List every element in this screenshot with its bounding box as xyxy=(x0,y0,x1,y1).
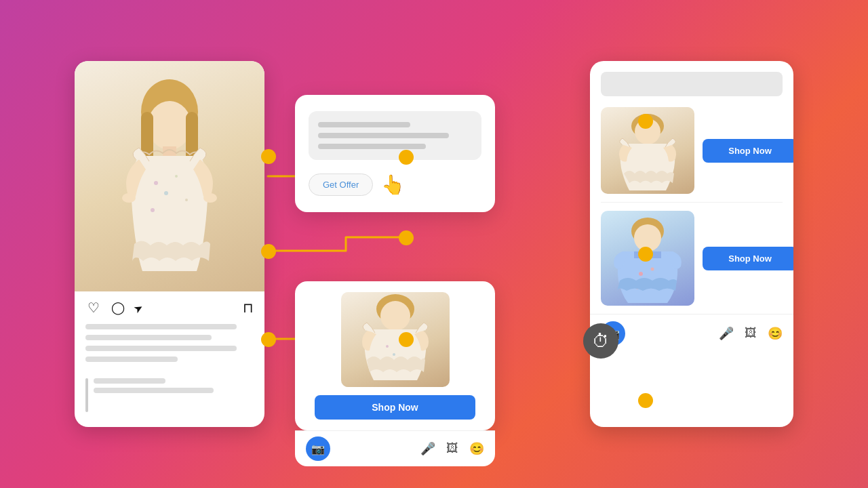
camera-button[interactable]: 📷 xyxy=(306,436,330,461)
post-image xyxy=(75,61,264,291)
bookmark-icon[interactable]: ⊓ xyxy=(243,300,254,316)
right-mic-icon[interactable]: 🎤 xyxy=(719,326,734,341)
svg-point-7 xyxy=(164,191,168,195)
right-bottom-bar: 📷 🎤 🖼 😊 xyxy=(590,314,793,352)
dress-figure-svg xyxy=(102,75,237,291)
shop-now-button-mid[interactable]: Shop Now xyxy=(315,395,475,420)
action-icons: ♡ ◯ ➤ xyxy=(85,300,151,316)
dot-mid-bottom-left xyxy=(399,332,414,347)
profile-text-area xyxy=(94,378,254,412)
svg-point-16 xyxy=(393,353,395,356)
shop-now-button-right-1[interactable]: Shop Now xyxy=(703,139,793,163)
right-product-info-2: Shop Now xyxy=(703,247,793,270)
scene: ⏱ xyxy=(61,27,807,461)
hand-cursor-icon: 👆 xyxy=(381,174,405,196)
post-text-lines xyxy=(75,321,264,378)
right-phone: Shop Now xyxy=(590,61,793,427)
get-offer-button[interactable]: Get Offer xyxy=(309,174,373,196)
profile-bar xyxy=(85,378,88,412)
svg-point-5 xyxy=(154,181,158,185)
svg-point-21 xyxy=(639,272,643,276)
svg-point-8 xyxy=(185,199,188,201)
heart-icon[interactable]: ♡ xyxy=(85,300,102,316)
mid-bottom-bar: 📷 🎤 🖼 😊 xyxy=(295,430,495,466)
right-bottom-icons: 🎤 🖼 😊 xyxy=(719,326,783,341)
text-line-1 xyxy=(85,324,237,329)
chat-line-2 xyxy=(318,133,449,138)
dot-right-top xyxy=(638,114,653,129)
mic-icon[interactable]: 🎤 xyxy=(420,441,435,456)
svg-point-11 xyxy=(203,193,217,203)
right-product-row-1: Shop Now xyxy=(590,102,793,199)
dot-right-bottom xyxy=(638,393,653,408)
shop-now-button-right-2[interactable]: Shop Now xyxy=(703,247,793,270)
svg-point-1 xyxy=(148,101,191,150)
product-image-mid xyxy=(341,292,450,387)
mid-bottom-container: Shop Now 📷 🎤 🖼 😊 xyxy=(295,281,495,466)
mid-top-container: Get Offer 👆 xyxy=(295,95,495,212)
bottom-row xyxy=(75,378,264,418)
right-image-icon[interactable]: 🖼 xyxy=(745,326,757,341)
dot-mid-top-left xyxy=(399,150,414,165)
chat-card: Get Offer 👆 xyxy=(295,95,495,212)
svg-point-22 xyxy=(651,268,654,271)
post-actions: ♡ ◯ ➤ ⊓ xyxy=(75,291,264,321)
svg-point-14 xyxy=(386,345,389,348)
left-phone: ♡ ◯ ➤ ⊓ xyxy=(75,61,264,427)
product-card: Shop Now xyxy=(295,281,495,430)
chat-bubble xyxy=(309,111,481,160)
text-line-3 xyxy=(85,346,237,351)
send-icon[interactable]: ➤ xyxy=(132,297,154,319)
right-sticker-icon[interactable]: 😊 xyxy=(768,326,783,341)
image-icon[interactable]: 🖼 xyxy=(446,441,458,456)
right-top-bar xyxy=(601,72,783,96)
right-product-row-2: Shop Now xyxy=(590,205,793,311)
dot-left-bottom xyxy=(261,332,276,347)
dot-right-mid xyxy=(638,247,653,262)
mid-dress-svg xyxy=(341,292,450,387)
clock-icon: ⏱ xyxy=(583,323,618,359)
chat-line-3 xyxy=(318,144,426,149)
svg-point-13 xyxy=(380,301,410,331)
svg-point-9 xyxy=(151,208,155,212)
right-product-info-1: Shop Now xyxy=(703,139,793,163)
dot-mid-btn-left xyxy=(399,230,414,245)
bottom-icons: 🎤 🖼 😊 xyxy=(420,441,484,456)
text-line-2 xyxy=(85,335,212,340)
text-line-4 xyxy=(85,357,178,362)
dot-left-top xyxy=(261,149,276,164)
comment-icon[interactable]: ◯ xyxy=(110,300,126,316)
svg-point-10 xyxy=(122,193,136,203)
dot-left-mid xyxy=(261,244,276,259)
get-offer-area: Get Offer 👆 xyxy=(309,174,481,196)
profile-text-1 xyxy=(94,378,165,384)
svg-point-6 xyxy=(175,175,178,178)
profile-text-2 xyxy=(94,388,214,393)
right-divider xyxy=(601,202,783,203)
sticker-icon[interactable]: 😊 xyxy=(469,441,484,456)
chat-line-1 xyxy=(318,122,410,127)
